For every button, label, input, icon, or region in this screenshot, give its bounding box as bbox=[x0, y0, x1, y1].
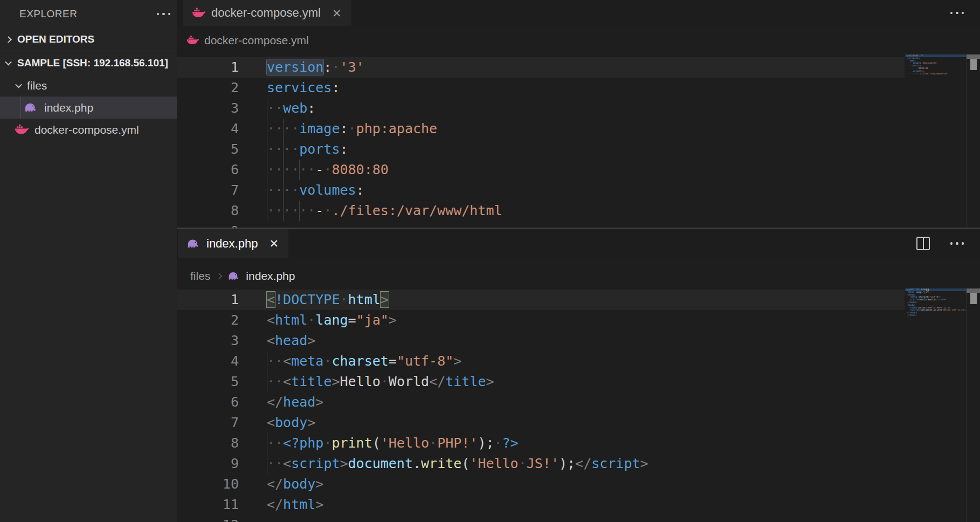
scrollbar-thumb[interactable] bbox=[970, 293, 977, 304]
indent-guide bbox=[267, 351, 267, 372]
code-token: JS!' bbox=[527, 456, 559, 471]
line-number[interactable]: 1 bbox=[177, 57, 239, 78]
code-token: </ bbox=[267, 394, 283, 410]
code-token: < bbox=[267, 333, 275, 348]
chevron-down-icon bbox=[15, 81, 22, 88]
breadcrumb-item[interactable]: files bbox=[190, 270, 210, 283]
code-token: document bbox=[348, 456, 413, 471]
editor-group-bottom: index.php ✕ files index.php 1<!DOCTYPE·h… bbox=[177, 229, 980, 522]
code-line[interactable]: 1<!DOCTYPE·html> bbox=[177, 290, 905, 310]
code-line[interactable]: 2<html·lang="ja"> bbox=[177, 310, 905, 331]
scrollbar-cap[interactable] bbox=[967, 54, 980, 59]
tree-item-files[interactable]: files bbox=[0, 74, 177, 97]
code-token: ) bbox=[559, 456, 567, 471]
line-number[interactable]: 11 bbox=[177, 494, 239, 515]
more-actions-icon[interactable] bbox=[949, 240, 965, 247]
scrollbar-thumb[interactable] bbox=[970, 59, 977, 70]
line-number[interactable]: 10 bbox=[177, 474, 239, 494]
breadcrumb-item[interactable]: docker-compose.yml bbox=[204, 34, 309, 47]
code-line[interactable]: 3<head> bbox=[177, 331, 905, 351]
split-editor-icon[interactable] bbox=[916, 237, 930, 250]
tree-item-docker-compose-yml[interactable]: docker-compose.yml bbox=[0, 119, 177, 141]
code-line[interactable]: 2services: bbox=[177, 78, 905, 98]
code-token: document bbox=[921, 308, 933, 311]
minimap[interactable]: <!DOCTYPE·html><html·lang="ja"><head>··<… bbox=[905, 289, 966, 522]
code-token: image bbox=[299, 121, 340, 136]
code-token: write bbox=[421, 456, 461, 471]
line-number[interactable]: 8 bbox=[177, 201, 239, 221]
section-open-editors[interactable]: OPEN EDITORS bbox=[0, 28, 177, 51]
line-number[interactable]: 6 bbox=[177, 160, 239, 180]
code-token: title bbox=[291, 374, 332, 389]
code-token: body bbox=[283, 476, 315, 492]
code-line[interactable]: 4··<meta·charset="utf-8"> bbox=[177, 351, 905, 372]
scrollbar[interactable] bbox=[966, 288, 980, 522]
code-line[interactable]: 9 bbox=[177, 221, 905, 228]
code-token: '3' bbox=[920, 54, 924, 57]
minimap-line[interactable] bbox=[905, 75, 966, 78]
code-line[interactable]: 8······-·./files:/var/www/html bbox=[177, 201, 905, 221]
section-workspace[interactable]: SAMPLE [SSH: 192.168.56.101] bbox=[0, 51, 177, 74]
code-token: JS!' bbox=[952, 308, 957, 311]
indent-guide bbox=[267, 98, 267, 119]
code-line[interactable]: 3··web: bbox=[177, 98, 905, 119]
more-actions-icon[interactable] bbox=[949, 10, 965, 17]
code-token: html bbox=[283, 497, 315, 512]
close-icon[interactable]: ✕ bbox=[269, 238, 279, 249]
code-token: meta bbox=[291, 353, 323, 369]
code-line[interactable]: 12 bbox=[177, 515, 905, 522]
code-line[interactable]: 7····volumes: bbox=[177, 180, 905, 201]
more-actions-icon[interactable] bbox=[156, 11, 172, 18]
code-line[interactable]: 1version:·'3' bbox=[177, 57, 905, 78]
tab-index-php[interactable]: index.php ✕ bbox=[178, 229, 288, 258]
code-token: > bbox=[381, 292, 389, 307]
indent-guide bbox=[283, 160, 284, 180]
code-token: > bbox=[916, 314, 917, 317]
scrollbar[interactable] bbox=[966, 54, 980, 228]
minimap-line[interactable] bbox=[905, 317, 966, 320]
code-token: < bbox=[283, 374, 291, 389]
line-number[interactable]: 9 bbox=[177, 221, 239, 228]
code-line[interactable]: 7<body> bbox=[177, 413, 905, 433]
code-line[interactable]: 8··<?php·print('Hello·PHP!');·?> bbox=[177, 433, 905, 454]
line-number[interactable]: 1 bbox=[177, 290, 239, 310]
code-line[interactable]: 4····image:·php:apache bbox=[177, 119, 905, 139]
code-token: </ bbox=[575, 456, 591, 471]
line-number[interactable]: 6 bbox=[177, 392, 239, 413]
line-number[interactable]: 4 bbox=[177, 119, 239, 139]
code-token: > bbox=[332, 374, 340, 389]
code-line[interactable]: 6······-·8080:80 bbox=[177, 160, 905, 180]
code-token: ·· bbox=[267, 100, 283, 116]
code-token: < bbox=[283, 353, 291, 369]
close-icon[interactable]: ✕ bbox=[332, 8, 342, 19]
code-line[interactable]: 5····ports: bbox=[177, 139, 905, 160]
scrollbar-cap[interactable] bbox=[967, 289, 980, 293]
code-token: > bbox=[315, 497, 323, 512]
vscode-window: EXPLORER OPEN EDITORS SAMPLE [SSH: 192.1… bbox=[0, 0, 980, 522]
line-number[interactable]: 2 bbox=[177, 310, 239, 331]
minimap[interactable]: version:·'3'services:··web:····image:·ph… bbox=[905, 54, 966, 222]
line-number[interactable]: 3 bbox=[177, 331, 239, 351]
code-token: > bbox=[928, 291, 930, 293]
tab-docker-compose[interactable]: docker-compose.yml ✕ bbox=[183, 0, 351, 26]
code-token: · bbox=[323, 353, 332, 369]
line-number[interactable]: 9 bbox=[177, 454, 239, 474]
code-line[interactable]: 11</html> bbox=[177, 494, 905, 515]
code-token: World bbox=[928, 298, 935, 301]
code-token: charset bbox=[332, 353, 388, 369]
line-number[interactable]: 5 bbox=[177, 372, 239, 392]
tree-item-index-php[interactable]: index.php bbox=[0, 97, 177, 119]
code-line[interactable]: 10</body> bbox=[177, 474, 905, 494]
line-number[interactable]: 12 bbox=[177, 515, 239, 522]
code-line[interactable]: 5··<title>Hello·World</title> bbox=[177, 372, 905, 392]
line-number[interactable]: 3 bbox=[177, 98, 239, 119]
code-line[interactable]: 9··<script>document.write('Hello·JS!');<… bbox=[177, 454, 905, 474]
line-number[interactable]: 7 bbox=[177, 413, 239, 433]
line-number[interactable]: 7 bbox=[177, 180, 239, 201]
line-number[interactable]: 2 bbox=[177, 78, 239, 98]
line-number[interactable]: 8 bbox=[177, 433, 239, 454]
breadcrumb-item[interactable]: index.php bbox=[246, 270, 295, 283]
line-number[interactable]: 4 bbox=[177, 351, 239, 372]
line-number[interactable]: 5 bbox=[177, 139, 239, 160]
code-line[interactable]: 6</head> bbox=[177, 392, 905, 413]
